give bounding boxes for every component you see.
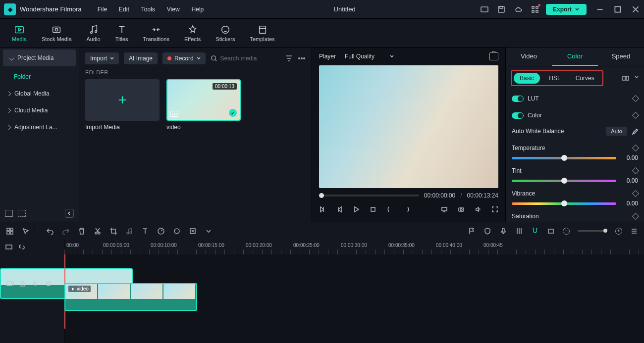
sidebar-cloud-media[interactable]: Cloud Media <box>0 102 79 119</box>
zoom-out-icon[interactable]: − <box>563 228 570 235</box>
filter-icon[interactable] <box>285 54 293 62</box>
text-icon[interactable] <box>141 227 149 235</box>
mark-in-icon[interactable] <box>386 206 393 213</box>
subtab-basic[interactable]: Basic <box>514 73 540 84</box>
mixer-icon[interactable] <box>515 227 523 235</box>
maximize-icon[interactable] <box>613 5 622 14</box>
compare-icon[interactable] <box>622 75 629 82</box>
apps-icon[interactable] <box>531 5 539 13</box>
step-back-icon[interactable] <box>336 206 343 213</box>
more-tools-icon[interactable] <box>205 227 213 235</box>
keyframe-icon[interactable] <box>632 112 639 119</box>
tab-media[interactable]: Media <box>6 22 33 44</box>
keyframe-icon[interactable] <box>632 95 639 102</box>
chevron-down-icon[interactable] <box>634 75 639 80</box>
marker-flag-icon[interactable] <box>468 227 476 235</box>
lut-section[interactable]: LUT <box>506 90 644 107</box>
collapse-sidebar-icon[interactable] <box>65 209 74 218</box>
prev-frame-icon[interactable] <box>319 206 326 213</box>
stop-icon[interactable] <box>370 206 376 213</box>
magnet-icon[interactable] <box>531 227 539 235</box>
tab-stickers[interactable]: Stickers <box>210 22 241 44</box>
new-bin-icon[interactable] <box>18 210 26 217</box>
keyframe-icon[interactable] <box>632 167 639 174</box>
menu-view[interactable]: View <box>162 4 185 15</box>
play-icon[interactable] <box>353 206 360 213</box>
mute-icon[interactable] <box>32 280 40 288</box>
music-icon[interactable] <box>125 227 133 235</box>
tint-slider[interactable] <box>512 180 616 182</box>
menu-file[interactable]: File <box>93 4 112 15</box>
mic-icon[interactable] <box>499 227 507 235</box>
effects-icon[interactable] <box>189 227 197 235</box>
cut-icon[interactable] <box>94 227 102 235</box>
tab-stock-media[interactable]: Stock Media <box>36 22 78 44</box>
redo-icon[interactable] <box>62 227 70 235</box>
cloud-icon[interactable] <box>514 5 522 13</box>
tab-speed[interactable]: Speed <box>598 48 644 66</box>
temperature-slider[interactable] <box>512 157 616 159</box>
close-icon[interactable] <box>631 5 640 14</box>
tab-video[interactable]: Video <box>506 48 552 66</box>
preview-viewport[interactable] <box>319 65 498 188</box>
lock-icon[interactable] <box>19 280 27 288</box>
media-clip-tile[interactable]: 00:00:13 HD ✓ video <box>166 79 241 131</box>
shield-icon[interactable] <box>483 227 491 235</box>
more-icon[interactable] <box>298 54 306 62</box>
import-button[interactable]: Import <box>85 52 119 64</box>
display-icon[interactable] <box>441 206 448 213</box>
timeline-clip[interactable]: video <box>64 283 197 311</box>
menu-help[interactable]: Help <box>187 4 209 15</box>
tab-effects[interactable]: Effects <box>178 22 207 44</box>
sidebar-adjustment-layer[interactable]: Adjustment La... <box>0 119 79 136</box>
undo-icon[interactable] <box>46 227 54 235</box>
sidebar-project-media[interactable]: Project Media <box>3 49 76 66</box>
record-button[interactable]: Record <box>162 52 206 64</box>
auto-button[interactable]: Auto <box>606 127 627 136</box>
crop-icon[interactable] <box>109 227 117 235</box>
menu-edit[interactable]: Edit <box>114 4 134 15</box>
save-icon[interactable] <box>497 5 505 13</box>
layout-icon[interactable] <box>481 5 488 13</box>
speed-icon[interactable] <box>157 227 165 235</box>
seek-bar[interactable] <box>319 195 419 196</box>
delete-icon[interactable] <box>78 227 86 235</box>
link-icon[interactable] <box>18 243 26 251</box>
keyframe-icon[interactable] <box>632 145 639 151</box>
fullscreen-icon[interactable] <box>491 206 498 213</box>
frame-icon[interactable] <box>547 227 555 235</box>
zoom-slider[interactable] <box>578 230 607 232</box>
search-input[interactable] <box>211 54 280 62</box>
keyframe-icon[interactable] <box>632 213 639 220</box>
zoom-in-icon[interactable]: + <box>615 228 622 235</box>
timeline-ruler[interactable]: 00:00 00:00:05:00 00:00:10:00 00:00:15:0… <box>64 240 644 254</box>
color-icon[interactable] <box>173 227 181 235</box>
minimize-icon[interactable] <box>595 5 604 14</box>
tab-templates[interactable]: Templates <box>244 22 280 44</box>
ai-image-button[interactable]: AI Image <box>124 52 158 64</box>
tab-transitions[interactable]: Transitions <box>137 22 175 44</box>
color-toggle[interactable] <box>512 112 524 119</box>
new-folder-icon[interactable] <box>5 210 13 217</box>
cursor-icon[interactable] <box>22 227 30 235</box>
color-section[interactable]: Color <box>506 107 644 124</box>
keyframe-icon[interactable] <box>632 190 639 197</box>
visibility-icon[interactable] <box>45 280 53 288</box>
quality-dropdown[interactable]: Full Quality <box>345 53 394 60</box>
fit-icon[interactable] <box>5 243 13 251</box>
video-track-icon[interactable] <box>6 280 14 288</box>
grid-icon[interactable] <box>6 227 14 235</box>
sidebar-global-media[interactable]: Global Media <box>0 85 79 102</box>
sidebar-folder[interactable]: Folder <box>0 68 79 85</box>
snapshot-icon[interactable] <box>489 52 498 60</box>
import-media-tile[interactable]: + Import Media <box>85 79 160 131</box>
eyedropper-icon[interactable] <box>631 128 638 135</box>
mark-out-icon[interactable] <box>403 206 410 213</box>
subtab-hsl[interactable]: HSL <box>543 73 566 84</box>
tab-audio[interactable]: Audio <box>81 22 107 44</box>
menu-tools[interactable]: Tools <box>136 4 160 15</box>
volume-icon[interactable] <box>475 206 482 213</box>
lut-toggle[interactable] <box>512 96 524 102</box>
camera-icon[interactable] <box>458 206 465 213</box>
vibrance-slider[interactable] <box>512 202 616 205</box>
